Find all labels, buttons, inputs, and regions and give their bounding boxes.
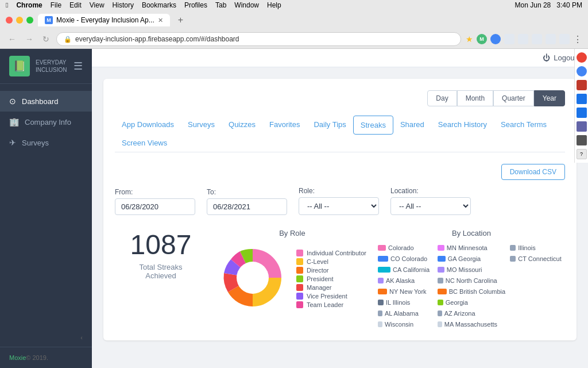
- from-filter: From:: [115, 188, 195, 215]
- chrome-menu[interactable]: Chrome: [16, 1, 42, 9]
- browser-chrome: M Moxie - Everyday Inclusion Ap... ✕ + ←…: [0, 10, 588, 49]
- to-filter: To:: [207, 188, 287, 215]
- legend-item-teamleader: Team Leader: [296, 301, 366, 308]
- tab-menu[interactable]: Tab: [215, 1, 226, 9]
- extension-icon-4[interactable]: [518, 34, 528, 44]
- sidebar-item-surveys[interactable]: ✈ Surveys: [0, 132, 92, 153]
- legend-color-clevel: [296, 258, 303, 265]
- ext-icon-4[interactable]: [577, 94, 587, 104]
- refresh-button[interactable]: ↻: [40, 33, 52, 45]
- time-filter-month[interactable]: Month: [457, 90, 493, 106]
- close-button[interactable]: [6, 17, 13, 24]
- ext-icon-3[interactable]: [577, 80, 587, 90]
- history-menu[interactable]: History: [113, 1, 134, 9]
- logout-icon: ⏻: [543, 53, 550, 62]
- time-filter-quarter[interactable]: Quarter: [493, 90, 534, 106]
- tab-favicon: M: [45, 16, 53, 24]
- location-georgia: Georgia: [438, 298, 505, 307]
- view-menu[interactable]: View: [90, 1, 105, 9]
- time-filter-day[interactable]: Day: [427, 90, 457, 106]
- footer-link[interactable]: Moxie: [9, 354, 26, 361]
- tab-app-downloads[interactable]: App Downloads: [115, 116, 181, 134]
- ext-icon-7[interactable]: [577, 135, 587, 145]
- location-select[interactable]: -- All --: [390, 197, 471, 215]
- svg-point-0: [237, 262, 269, 294]
- location-ny: NY New York: [378, 287, 433, 296]
- location-bar-ca: [378, 267, 390, 273]
- browser-tab[interactable]: M Moxie - Everyday Inclusion Ap... ✕: [38, 14, 170, 26]
- ext-icon-2[interactable]: [577, 66, 587, 76]
- hamburger-icon[interactable]: ☰: [74, 60, 83, 72]
- logout-button[interactable]: ⏻ Logout: [543, 53, 577, 62]
- location-bar-nc: [438, 278, 443, 283]
- location-co-colorado: CO Colorado: [378, 254, 433, 263]
- legend-color-president: [296, 275, 303, 282]
- time-filter-year[interactable]: Year: [534, 90, 565, 106]
- tab-surveys[interactable]: Surveys: [181, 116, 222, 134]
- address-bar[interactable]: 🔒 everyday-inclusion-app.firebaseapp.com…: [56, 32, 461, 46]
- location-name-co: CO Colorado: [390, 255, 427, 262]
- chrome-menu-icon[interactable]: ⋮: [573, 34, 582, 45]
- location-name-ca: CA California: [393, 266, 430, 273]
- tab-streaks[interactable]: Streaks: [353, 116, 393, 135]
- location-name-ma: MA Massachusetts: [444, 321, 497, 328]
- by-location-chart: By Location Colorado CO Colorado: [378, 229, 565, 329]
- sidebar-collapse-button[interactable]: ‹: [0, 328, 92, 347]
- forward-button[interactable]: →: [23, 33, 36, 45]
- maximize-button[interactable]: [26, 17, 33, 24]
- location-name-ct: CT Connecticut: [518, 255, 562, 262]
- traffic-lights[interactable]: [6, 17, 33, 24]
- tab-quizzes[interactable]: Quizzes: [222, 116, 262, 134]
- tab-close-icon[interactable]: ✕: [158, 17, 163, 24]
- extension-icon-5[interactable]: [532, 34, 542, 44]
- extension-icon-6[interactable]: [546, 34, 556, 44]
- tab-search-terms[interactable]: Search Terms: [494, 116, 554, 134]
- legend-label-president: President: [307, 275, 333, 282]
- legend-color-director: [296, 267, 303, 274]
- role-filter: Role: -- All --: [299, 187, 379, 215]
- profiles-menu[interactable]: Profiles: [184, 1, 207, 9]
- window-menu[interactable]: Window: [234, 1, 259, 9]
- ext-icon-6[interactable]: [577, 121, 587, 132]
- back-button[interactable]: ←: [6, 33, 18, 45]
- time-filter-group: Day Month Quarter Year: [115, 90, 565, 106]
- location-name-colorado: Colorado: [388, 244, 414, 251]
- total-streaks-label: Total Streaks Achieved: [115, 263, 207, 280]
- bookmark-icon[interactable]: ★: [466, 34, 473, 44]
- legend-color-teamleader: [296, 301, 303, 308]
- tab-favorites[interactable]: Favorites: [262, 116, 307, 134]
- help-menu[interactable]: Help: [267, 1, 281, 9]
- new-tab-button[interactable]: +: [175, 15, 187, 25]
- edit-menu[interactable]: Edit: [69, 1, 82, 9]
- extension-icon-3[interactable]: [504, 34, 514, 44]
- download-csv-button[interactable]: Download CSV: [501, 164, 565, 180]
- sidebar-nav: ⊙ Dashboard 🏢 Company Info ✈ Surveys: [0, 84, 92, 328]
- minimize-button[interactable]: [16, 17, 23, 24]
- role-label: Role:: [299, 187, 379, 195]
- tab-daily-tips[interactable]: Daily Tips: [307, 116, 353, 134]
- sidebar-item-dashboard[interactable]: ⊙ Dashboard: [0, 91, 92, 112]
- ext-icon-1[interactable]: [577, 52, 587, 63]
- from-input[interactable]: [115, 198, 195, 215]
- location-mn: MN Minnesota: [438, 243, 505, 252]
- ext-icon-8[interactable]: ?: [577, 149, 587, 159]
- to-input[interactable]: [207, 198, 287, 215]
- file-menu[interactable]: File: [51, 1, 61, 9]
- to-label: To:: [207, 188, 287, 196]
- ext-icon-5[interactable]: [577, 108, 587, 118]
- tab-search-history[interactable]: Search History: [431, 116, 494, 134]
- tab-shared[interactable]: Shared: [393, 116, 431, 134]
- apple-menu[interactable]: : [6, 1, 8, 9]
- extension-icon-2[interactable]: [490, 34, 501, 44]
- location-name-georgia: Georgia: [446, 299, 468, 306]
- tab-screen-views[interactable]: Screen Views: [115, 134, 174, 152]
- dashboard-icon: ⊙: [9, 97, 16, 106]
- sidebar-item-company-info[interactable]: 🏢 Company Info: [0, 112, 92, 132]
- main-content: ⏻ Logout Day Month Quarter Year App Down…: [92, 49, 588, 368]
- bookmarks-menu[interactable]: Bookmarks: [142, 1, 176, 9]
- location-name-ak: AK Alaska: [386, 277, 415, 284]
- app-logo: 📗: [9, 56, 30, 76]
- extension-icon-1[interactable]: M: [477, 34, 487, 44]
- role-select[interactable]: -- All --: [299, 197, 379, 215]
- extension-icon-7[interactable]: [559, 34, 570, 44]
